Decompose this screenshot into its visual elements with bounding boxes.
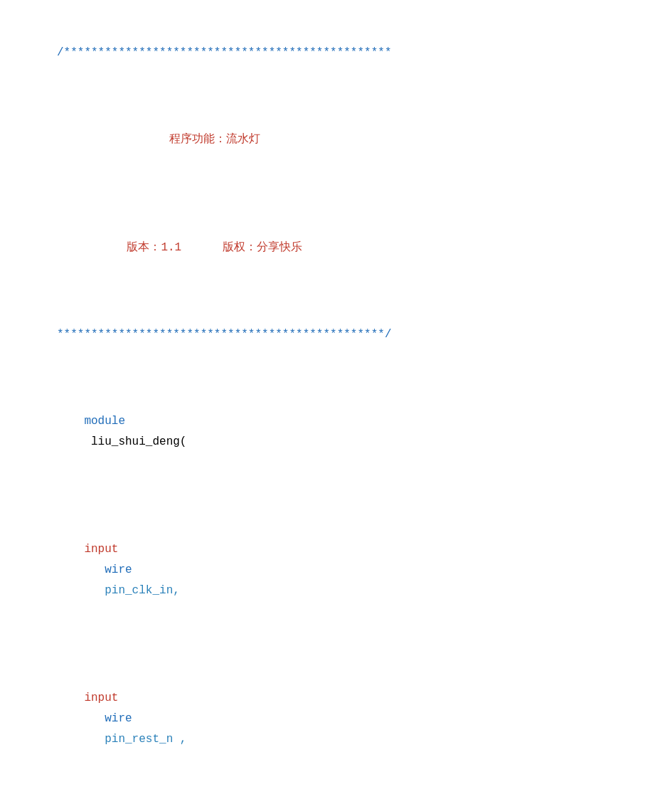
port1-type: wire: [84, 563, 132, 576]
module-name: liu_shui_deng(: [84, 435, 186, 448]
empty-line-2: [57, 184, 615, 204]
empty-line-5: [57, 486, 615, 507]
empty-line-4: [57, 358, 615, 379]
program-label-text: 程序功能：流水灯: [169, 133, 260, 146]
module-decl-line: module liu_shui_deng(: [57, 391, 615, 473]
empty-line-3: [57, 291, 615, 312]
port1-line: input wire pin_clk_in,: [57, 519, 615, 622]
port1-keyword: input: [84, 543, 118, 556]
empty-line-1: [57, 76, 615, 97]
port2-keyword: input: [84, 692, 118, 704]
code-editor: /***************************************…: [57, 43, 615, 799]
empty-line-6: [57, 635, 615, 655]
module-keyword: module: [84, 415, 125, 428]
empty-line-7: [57, 783, 615, 799]
port2-line: input wire pin_rest_n ,: [57, 667, 615, 770]
version-label-line: 版本：1.1 版权：分享快乐: [57, 217, 615, 278]
comment-close-line: ****************************************…: [57, 324, 615, 345]
port2-name: pin_rest_n ,: [84, 733, 186, 746]
comment-open-line: /***************************************…: [57, 43, 615, 63]
program-label-line: 程序功能：流水灯: [57, 110, 615, 171]
port2-type: wire: [84, 712, 132, 725]
port1-name: pin_clk_in,: [84, 584, 179, 597]
version-label-text: 版本：1.1 版权：分享快乐: [127, 241, 302, 254]
